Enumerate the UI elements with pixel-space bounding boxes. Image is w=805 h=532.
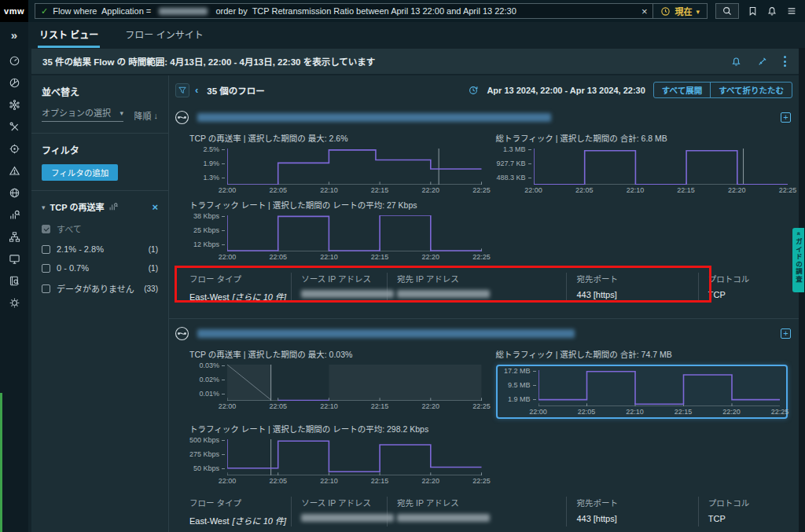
collapse-panel-chevron-icon[interactable] bbox=[195, 84, 198, 96]
col-header: プロトコル bbox=[708, 273, 778, 284]
flow-count-label: 35 個のフロー bbox=[207, 84, 265, 97]
divider bbox=[31, 133, 168, 134]
create-alert-icon[interactable] bbox=[730, 56, 742, 68]
clear-search-icon[interactable] bbox=[635, 6, 648, 17]
tab-list-view[interactable]: リスト ビュー bbox=[38, 21, 100, 48]
checkbox[interactable] bbox=[42, 245, 50, 254]
query-text-prefix: Flow where Application = bbox=[53, 6, 153, 16]
settings-gear-icon[interactable] bbox=[0, 292, 28, 314]
chart-title: トラフィック レート | 選択した期間の レートの平均: 298.2 Kbps bbox=[189, 423, 482, 435]
total-traffic-chart-selected[interactable]: 17.2 MB9.5 MB1.9 MB22:0022:0522:1022:152… bbox=[496, 365, 788, 419]
audit-search-icon[interactable] bbox=[0, 270, 28, 292]
chevron-down-icon bbox=[696, 6, 700, 16]
chart-title: 総トラフィック | 選択した期間の 合計: 74.7 MB bbox=[496, 348, 788, 360]
collapse-group-caret-icon[interactable] bbox=[42, 202, 46, 211]
sort-title: 並べ替え bbox=[42, 85, 158, 98]
table-col-dest-port: 宛先ポート 443 [https] bbox=[566, 273, 697, 303]
green-edge-marker bbox=[0, 393, 2, 532]
filter-option-all[interactable]: すべて bbox=[42, 222, 158, 235]
flow-details-table: フロー タイプ East-West[さらに 10 件] ソース IP アドレス … bbox=[189, 497, 788, 526]
topology-icon[interactable] bbox=[0, 226, 28, 248]
analytics-icon[interactable] bbox=[0, 204, 28, 226]
open-in-new-plus-icon[interactable] bbox=[781, 328, 791, 339]
search-query-input[interactable]: Flow where Application = order by TCP Re… bbox=[35, 3, 653, 19]
remove-filter-icon[interactable] bbox=[152, 201, 158, 213]
divider bbox=[31, 190, 168, 191]
pin-icon[interactable] bbox=[756, 56, 768, 68]
more-flows-label[interactable]: [さらに 10 件] bbox=[233, 516, 286, 526]
filter-sidebar: 並べ替え オプションの選択 降順 フィルタ フィルタの追加 TCP の再送率 bbox=[31, 75, 169, 532]
col-header: ソース IP アドレス bbox=[301, 497, 377, 508]
time-range-label: Apr 13 2024, 22:00 - Apr 13 2024, 22:30 bbox=[487, 86, 645, 95]
main-panel: 並べ替え オプションの選択 降順 フィルタ フィルタの追加 TCP の再送率 bbox=[31, 75, 799, 532]
table-col-source-ip: ソース IP アドレス bbox=[291, 497, 387, 526]
vmw-logo[interactable]: vmw bbox=[0, 0, 28, 22]
query-valid-check-icon bbox=[41, 6, 48, 17]
source-ip-redacted bbox=[301, 290, 394, 298]
sort-option-select[interactable]: オプションの選択 bbox=[42, 106, 123, 122]
filter-option-no-data[interactable]: データがありません (33) bbox=[42, 282, 158, 295]
tab-flow-insight[interactable]: フロー インサイト bbox=[123, 21, 204, 48]
desktop-icon[interactable] bbox=[0, 248, 28, 270]
dashboard-icon[interactable] bbox=[0, 50, 28, 72]
more-flows-label[interactable]: [さらに 10 件] bbox=[233, 292, 286, 302]
add-filter-button[interactable]: フィルタの追加 bbox=[42, 164, 118, 181]
checkbox[interactable] bbox=[42, 264, 50, 273]
dest-ip-redacted bbox=[397, 290, 490, 298]
filter-option-range-2[interactable]: 0 - 0.7% (1) bbox=[42, 263, 158, 273]
chart-title: トラフィック レート | 選択した期間の レートの平均: 27 Kbps bbox=[189, 199, 482, 211]
time-mode-label: 現在 bbox=[675, 5, 692, 17]
notifications-bell-icon[interactable] bbox=[766, 6, 777, 17]
expand-sidebar-icon[interactable] bbox=[11, 22, 17, 50]
col-header: フロー タイプ bbox=[189, 273, 281, 284]
bookmark-icon[interactable] bbox=[748, 6, 758, 17]
network-map-icon[interactable] bbox=[0, 94, 28, 116]
hamburger-menu-icon[interactable] bbox=[786, 6, 797, 17]
web-icon[interactable] bbox=[0, 182, 28, 204]
results-summary-bar: 35 件の結果 Flow の 時間範囲: 4月13日, 22:00 - 4月13… bbox=[31, 49, 799, 74]
guided-investigation-tab[interactable]: « ガイドの調査 bbox=[792, 228, 804, 292]
vrni-flow-list-screen: vmw Flow where Application = order by TC… bbox=[0, 0, 805, 532]
application-name-redacted bbox=[159, 8, 208, 15]
tcp-retransmission-chart[interactable]: 0.03%0.02%0.01%22:0022:0522:1022:1522:20… bbox=[189, 365, 482, 411]
filter-option-range-1[interactable]: 2.1% - 2.8% (1) bbox=[42, 244, 158, 254]
double-chevron-icon: « bbox=[795, 232, 803, 237]
open-in-new-plus-icon[interactable] bbox=[781, 112, 791, 123]
query-text-suffix: order by TCP Retransmission Ratio betwee… bbox=[213, 6, 516, 16]
flow-title-link-redacted[interactable] bbox=[197, 113, 551, 122]
expand-all-button[interactable]: すべて展開 bbox=[653, 82, 711, 98]
time-mode-dropdown[interactable]: 現在 bbox=[653, 3, 708, 19]
total-traffic-chart[interactable]: 1.3 MB927.7 KB488.3 KB22:0022:0522:1022:… bbox=[496, 149, 788, 195]
table-col-dest-ip: 宛先 IP アドレス bbox=[387, 497, 566, 526]
table-col-flow-type: フロー タイプ East-West[さらに 10 件] bbox=[189, 273, 291, 303]
traffic-rate-chart[interactable]: 38 Kbps25 Kbps12 Kbps22:0022:0522:1022:1… bbox=[189, 215, 482, 262]
empty-chart-slot bbox=[496, 423, 788, 486]
search-button[interactable] bbox=[715, 3, 739, 19]
traffic-rate-chart[interactable]: 500 Kbps275 Kbps50 Kbps22:0022:0522:1022… bbox=[189, 439, 482, 486]
time-range-clock-icon bbox=[468, 85, 479, 96]
kebab-menu-icon[interactable] bbox=[782, 54, 788, 68]
targets-icon[interactable] bbox=[0, 138, 28, 160]
sort-placeholder: オプションの選択 bbox=[42, 106, 111, 119]
collapse-all-button[interactable]: すべて折りたたむ bbox=[710, 82, 792, 98]
checkbox-checked[interactable] bbox=[42, 225, 50, 233]
flow-title-link-redacted[interactable] bbox=[197, 329, 575, 338]
sort-order-toggle[interactable]: 降順 bbox=[134, 109, 159, 122]
chart-title: TCP の再送率 | 選択した期間の 最大: 2.6% bbox=[189, 132, 482, 144]
entities-icon[interactable] bbox=[0, 72, 28, 94]
col-header: ソース IP アドレス bbox=[301, 273, 377, 284]
table-col-protocol: プロトコル TCP bbox=[698, 497, 788, 526]
flow-icon bbox=[175, 110, 189, 125]
alerts-icon[interactable] bbox=[0, 160, 28, 182]
table-col-flow-type: フロー タイプ East-West[さらに 10 件] bbox=[189, 497, 291, 526]
filter-funnel-icon[interactable] bbox=[175, 83, 189, 97]
flow-card-1: TCP の再送率 | 選択した期間の 最大: 2.6% 2.5%1.9%1.3%… bbox=[169, 103, 799, 319]
view-tabs: リスト ビュー フロー インサイト bbox=[28, 22, 805, 48]
chart-title: TCP の再送率 | 選択した期間の 最大: 0.03% bbox=[189, 348, 482, 360]
sort-order-label: 降順 bbox=[134, 109, 152, 122]
col-header: 宛先ポート bbox=[576, 273, 688, 284]
tcp-retransmission-chart[interactable]: 2.5%1.9%1.3%22:0022:0522:1022:1522:2022:… bbox=[189, 149, 482, 195]
col-header: プロトコル bbox=[708, 497, 778, 508]
tools-icon[interactable] bbox=[0, 116, 28, 138]
checkbox[interactable] bbox=[42, 284, 50, 293]
